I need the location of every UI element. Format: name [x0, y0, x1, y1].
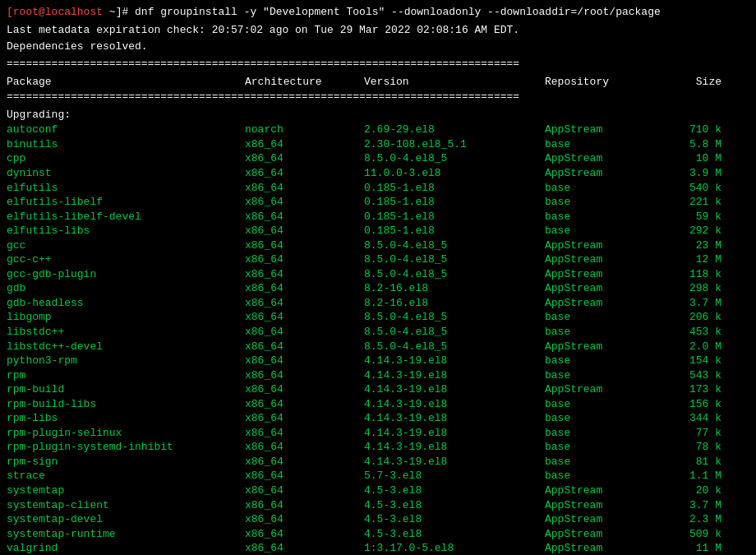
pkg-name: autoconf	[7, 123, 245, 137]
pkg-name: systemtap-devel	[7, 512, 245, 527]
pkg-arch: x86_64	[245, 354, 364, 368]
pkg-version: 4.5-3.el8	[364, 498, 545, 513]
pkg-repo: AppStream	[545, 238, 664, 253]
table-row: elfutils-libelf-devel x86_64 0.185-1.el8…	[7, 210, 749, 224]
pkg-arch: x86_64	[245, 181, 364, 196]
prompt-host: localhost	[45, 6, 103, 18]
pkg-name: rpm-plugin-systemd-inhibit	[7, 440, 245, 455]
table-row: rpm-libs x86_64 4.14.3-19.el8 base 344 k	[7, 411, 749, 426]
pkg-version: 4.14.3-19.el8	[364, 354, 545, 368]
pkg-arch: x86_64	[245, 382, 364, 397]
pkg-name: libgomp	[7, 310, 245, 325]
table-row: rpm-build x86_64 4.14.3-19.el8 AppStream…	[7, 382, 749, 397]
pkg-version: 4.14.3-19.el8	[364, 426, 545, 441]
table-row: systemtap-devel x86_64 4.5-3.el8 AppStre…	[7, 512, 749, 527]
pkg-size: 2.3 M	[664, 512, 721, 527]
pkg-size: 1.1 M	[664, 469, 721, 483]
pkg-version: 4.5-3.el8	[364, 483, 545, 498]
prompt-user: [root@	[7, 6, 45, 18]
pkg-arch: x86_64	[245, 325, 364, 340]
pkg-arch: x86_64	[245, 527, 364, 542]
pkg-repo: base	[545, 397, 664, 412]
pkg-repo: base	[545, 368, 664, 383]
pkg-name: rpm-build	[7, 382, 245, 397]
pkg-repo: AppStream	[545, 123, 664, 137]
pkg-arch: x86_64	[245, 252, 364, 267]
pkg-name: elfutils-libs	[7, 224, 245, 238]
pkg-size: 156 k	[664, 397, 721, 412]
pkg-repo: base	[545, 224, 664, 238]
upgrading-packages-list: autoconf noarch 2.69-29.el8 AppStream 71…	[7, 123, 749, 555]
pkg-version: 4.5-3.el8	[364, 527, 545, 542]
pkg-version: 0.185-1.el8	[364, 195, 545, 210]
upgrading-label: Upgrading:	[7, 108, 749, 123]
pkg-name: systemtap	[7, 483, 245, 498]
pkg-arch: x86_64	[245, 310, 364, 325]
pkg-repo: base	[545, 426, 664, 441]
pkg-arch: x86_64	[245, 267, 364, 282]
table-row: libstdc++ x86_64 8.5.0-4.el8_5 base 453 …	[7, 325, 749, 340]
pkg-name: systemtap-client	[7, 498, 245, 513]
pkg-size: 10 M	[664, 151, 721, 166]
table-row: rpm-plugin-selinux x86_64 4.14.3-19.el8 …	[7, 426, 749, 441]
pkg-version: 1:3.17.0-5.el8	[364, 541, 545, 555]
pkg-size: 23 M	[664, 238, 721, 253]
pkg-repo: AppStream	[545, 382, 664, 397]
meta-line-2: Dependencies resolved.	[7, 39, 749, 54]
pkg-version: 4.14.3-19.el8	[364, 397, 545, 412]
prompt-line: [root@localhost ~]# dnf groupinstall -y …	[7, 5, 749, 20]
pkg-name: gdb	[7, 281, 245, 296]
table-row: elfutils-libs x86_64 0.185-1.el8 base 29…	[7, 224, 749, 238]
pkg-version: 8.5.0-4.el8_5	[364, 310, 545, 325]
table-row: python3-rpm x86_64 4.14.3-19.el8 base 15…	[7, 354, 749, 368]
pkg-version: 4.14.3-19.el8	[364, 411, 545, 426]
pkg-version: 8.2-16.el8	[364, 296, 545, 311]
table-row: binutils x86_64 2.30-108.el8_5.1 base 5.…	[7, 137, 749, 152]
pkg-version: 8.5.0-4.el8_5	[364, 340, 545, 354]
pkg-repo: AppStream	[545, 252, 664, 267]
column-headers: Package Architecture Version Repository …	[7, 75, 749, 90]
table-row: gcc-gdb-plugin x86_64 8.5.0-4.el8_5 AppS…	[7, 267, 749, 282]
pkg-size: 173 k	[664, 382, 721, 397]
pkg-arch: x86_64	[245, 469, 364, 483]
prompt-command: dnf groupinstall -y "Development Tools" …	[128, 6, 661, 18]
pkg-arch: x86_64	[245, 512, 364, 527]
pkg-arch: x86_64	[245, 498, 364, 513]
table-row: systemtap-client x86_64 4.5-3.el8 AppStr…	[7, 498, 749, 513]
pkg-size: 77 k	[664, 426, 721, 441]
pkg-arch: noarch	[245, 123, 364, 137]
table-row: libstdc++-devel x86_64 8.5.0-4.el8_5 App…	[7, 340, 749, 354]
table-row: rpm-build-libs x86_64 4.14.3-19.el8 base…	[7, 397, 749, 412]
pkg-name: elfutils-libelf	[7, 195, 245, 210]
pkg-repo: base	[545, 411, 664, 426]
pkg-name: elfutils-libelf-devel	[7, 210, 245, 224]
pkg-name: systemtap-runtime	[7, 527, 245, 542]
pkg-size: 154 k	[664, 354, 721, 368]
pkg-name: gcc-gdb-plugin	[7, 267, 245, 282]
pkg-repo: base	[545, 195, 664, 210]
pkg-arch: x86_64	[245, 455, 364, 469]
prompt-path-label: ~]#	[103, 6, 128, 18]
pkg-repo: AppStream	[545, 151, 664, 166]
pkg-name: rpm-plugin-selinux	[7, 426, 245, 441]
table-row: gcc-c++ x86_64 8.5.0-4.el8_5 AppStream 1…	[7, 252, 749, 267]
pkg-arch: x86_64	[245, 151, 364, 166]
pkg-repo: AppStream	[545, 166, 664, 181]
pkg-size: 344 k	[664, 411, 721, 426]
pkg-version: 2.30-108.el8_5.1	[364, 137, 545, 152]
col-separator: ========================================…	[7, 90, 749, 104]
pkg-name: gdb-headless	[7, 296, 245, 311]
pkg-size: 540 k	[664, 181, 721, 196]
pkg-size: 81 k	[664, 455, 721, 469]
table-row: gcc x86_64 8.5.0-4.el8_5 AppStream 23 M	[7, 238, 749, 253]
table-row: libgomp x86_64 8.5.0-4.el8_5 base 206 k	[7, 310, 749, 325]
pkg-repo: AppStream	[545, 527, 664, 542]
pkg-arch: x86_64	[245, 426, 364, 441]
pkg-repo: base	[545, 137, 664, 152]
pkg-size: 292 k	[664, 224, 721, 238]
pkg-name: libstdc++	[7, 325, 245, 340]
pkg-version: 8.5.0-4.el8_5	[364, 238, 545, 253]
pkg-name: rpm-libs	[7, 411, 245, 426]
pkg-name: strace	[7, 469, 245, 483]
pkg-name: rpm-sign	[7, 455, 245, 469]
